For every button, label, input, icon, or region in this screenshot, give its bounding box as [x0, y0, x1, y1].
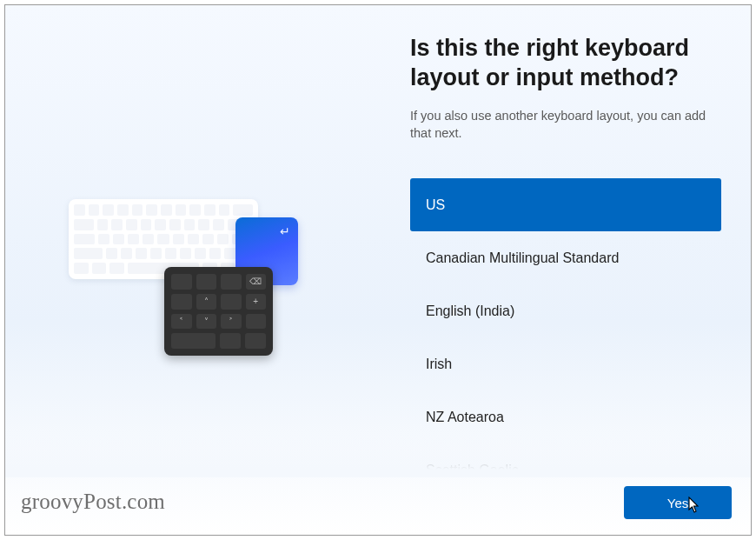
arrow-right-icon: ˃ — [221, 314, 242, 330]
layout-option-label: NZ Aotearoa — [426, 410, 504, 425]
layout-option[interactable]: US — [410, 178, 721, 231]
arrow-left-icon: ˂ — [171, 314, 192, 330]
watermark: groovyPost.com — [21, 490, 165, 514]
layout-option[interactable]: NZ Aotearoa — [410, 390, 721, 443]
layout-option[interactable]: Irish — [410, 337, 721, 390]
layout-option-label: English (India) — [426, 303, 514, 319]
layout-option-label: US — [426, 197, 445, 213]
arrow-up-icon: ˄ — [196, 294, 217, 310]
keyboard-illustration: ↵ ⌫ ˄ + ˂ ˅ ˃ — [69, 199, 295, 356]
layout-option[interactable]: English (India) — [410, 284, 721, 337]
plus-icon: + — [246, 294, 267, 310]
layout-option-label: Irish — [426, 357, 452, 372]
arrow-down-icon: ˅ — [196, 314, 217, 330]
content-pane: Is this the right keyboard layout or inp… — [400, 5, 751, 535]
dark-numpad-graphic: ⌫ ˄ + ˂ ˅ ˃ — [164, 267, 273, 356]
keyboard-layout-list[interactable]: USCanadian Multilingual StandardEnglish … — [410, 178, 721, 497]
enter-icon: ↵ — [280, 224, 290, 238]
layout-option-label: Canadian Multilingual Standard — [426, 250, 619, 266]
illustration-pane: ↵ ⌫ ˄ + ˂ ˅ ˃ — [5, 5, 400, 535]
page-title: Is this the right keyboard layout or inp… — [410, 34, 721, 93]
page-subtext: If you also use another keyboard layout,… — [410, 107, 721, 143]
oobe-window: ↵ ⌫ ˄ + ˂ ˅ ˃ — [4, 4, 752, 536]
yes-button[interactable]: Yes — [624, 486, 732, 519]
layout-option[interactable]: Canadian Multilingual Standard — [410, 231, 721, 284]
backspace-icon: ⌫ — [246, 274, 267, 290]
